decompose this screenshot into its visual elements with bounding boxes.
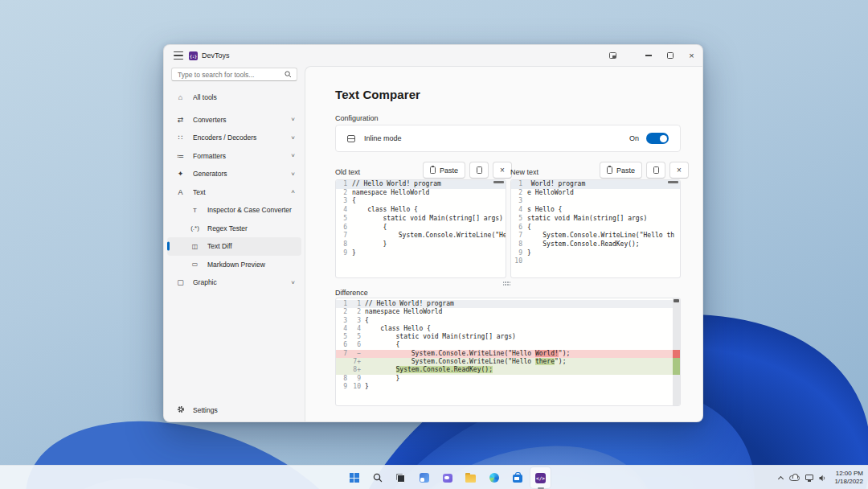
- taskbar-devtoys-icon[interactable]: </>: [530, 467, 551, 488]
- chevron-up-icon: ˄: [291, 188, 295, 195]
- editor-line: 7 System.Console.WriteLine("Hello th: [511, 232, 680, 240]
- onedrive-cloud-icon[interactable]: [789, 475, 800, 481]
- difference-viewer[interactable]: 11// Hello World! program22namespace Hel…: [335, 298, 681, 406]
- taskbar-explorer-icon[interactable]: [461, 467, 481, 488]
- system-tray: 12:00 PM 1/18/2022: [778, 466, 863, 489]
- taskbar-taskview-icon[interactable]: [391, 467, 411, 488]
- sidebar-item-encoders-decoders[interactable]: ∷Encoders / Decoders˅: [164, 129, 305, 147]
- ruler-addition-mark: [673, 358, 680, 375]
- minimize-button[interactable]: [637, 45, 659, 66]
- new-text-toolbar: Paste ×: [600, 162, 689, 179]
- taskbar-chat-icon[interactable]: [437, 467, 457, 488]
- sidebar-item-regex-tester[interactable]: (.*)Regex Tester: [164, 220, 305, 238]
- diff-row-same: 910}: [336, 383, 673, 391]
- line-text: static void Main(string[] args): [527, 215, 680, 224]
- line-number: 3: [336, 197, 352, 206]
- new-text-editor[interactable]: 1 World! program2e HelloWorld34s Hello {…: [510, 179, 681, 278]
- line-text: namespace HelloWorld: [352, 189, 506, 198]
- new-open-file-button[interactable]: [646, 162, 665, 179]
- tray-chevron-up-icon[interactable]: [778, 475, 784, 481]
- taskbar-widgets-icon[interactable]: [414, 467, 434, 488]
- devtoys-logo-icon: {:}: [189, 51, 198, 60]
- close-button[interactable]: ×: [681, 45, 702, 66]
- titlebar[interactable]: {:} DevToys ×: [164, 45, 702, 66]
- old-line-number: 4: [336, 325, 350, 333]
- new-paste-button[interactable]: Paste: [600, 162, 642, 179]
- gear-icon: [174, 405, 186, 415]
- converters-icon: ⇄: [174, 116, 186, 124]
- diff-row-same: 22namespace HelloWorld: [336, 308, 673, 316]
- line-number: 9: [511, 249, 527, 258]
- volume-icon[interactable]: [819, 475, 826, 482]
- line-text: System.Console.ReadKey();: [527, 240, 680, 249]
- chevron-down-icon: ˅: [291, 279, 295, 286]
- maximize-button[interactable]: [659, 45, 681, 66]
- window-controls: ×: [609, 45, 702, 66]
- taskbar-clock[interactable]: 12:00 PM 1/18/2022: [834, 470, 863, 486]
- overview-ruler[interactable]: [673, 298, 680, 405]
- sidebar-item-all-tools[interactable]: ⌂All tools: [164, 88, 305, 107]
- editor-line: 8 }: [336, 240, 506, 249]
- line-number: 5: [511, 215, 527, 224]
- main-content: Text Comparer Configuration Inline mode …: [305, 66, 702, 421]
- scrollbar-thumb[interactable]: [493, 181, 504, 183]
- scrollbar-thumb[interactable]: [674, 299, 679, 302]
- sidebar-item-generators[interactable]: ✦Generators˅: [164, 165, 305, 183]
- new-line-number: 4: [350, 325, 365, 333]
- sidebar-item-settings[interactable]: Settings: [164, 401, 305, 420]
- taskbar-edge-icon[interactable]: [484, 467, 504, 488]
- new-clear-button[interactable]: ×: [669, 162, 689, 179]
- sidebar-item-inspector-case-converter[interactable]: TInspector & Case Converter: [164, 201, 305, 220]
- network-icon[interactable]: [805, 475, 813, 480]
- diff-row-same: 33{: [336, 317, 673, 325]
- search-input[interactable]: [172, 71, 285, 79]
- sidebar-item-text[interactable]: AText˄: [164, 183, 305, 202]
- tool-search-box[interactable]: [171, 68, 297, 81]
- sidebar-item-formatters[interactable]: ≔Formatters˅: [164, 147, 305, 166]
- taskbar-search-icon[interactable]: [367, 467, 387, 488]
- old-open-file-button[interactable]: [469, 162, 489, 179]
- compact-overlay-icon[interactable]: [609, 52, 616, 59]
- diff-line-text: {: [365, 317, 673, 325]
- new-line-number: 3: [350, 317, 365, 325]
- line-number: 7: [511, 232, 527, 240]
- line-text: // Hello World! program: [352, 180, 506, 189]
- line-number: 4: [336, 206, 352, 215]
- old-paste-button[interactable]: Paste: [423, 162, 465, 179]
- sidebar-item-graphic[interactable]: ▢Graphic˅: [164, 273, 305, 292]
- sidebar-item-markdown-preview[interactable]: ▭Markdown Preview: [164, 256, 305, 274]
- line-text: System.Console.WriteLine("Hello World!")…: [352, 232, 506, 240]
- devtoys-glyph: </>: [535, 473, 546, 483]
- sidebar-item-text-diff[interactable]: ◫Text Diff: [167, 237, 301, 256]
- line-text: [527, 257, 680, 266]
- line-text: {: [352, 197, 506, 206]
- line-number: 3: [511, 197, 527, 206]
- new-line-number: 1: [350, 300, 365, 308]
- sidebar: ⌂All tools⇄Converters˅∷Encoders / Decode…: [164, 66, 305, 421]
- pane-splitter-handle[interactable]: [502, 281, 512, 286]
- diff-line-text: }: [365, 383, 673, 391]
- old-line-number: 9: [336, 383, 350, 391]
- regex-icon: (.*): [189, 224, 201, 232]
- search-icon: [285, 71, 292, 78]
- sidebar-item-label: All tools: [193, 93, 305, 101]
- clipboard-icon: [430, 166, 436, 174]
- start-glyph: [350, 473, 359, 483]
- chevron-down-icon: ˅: [291, 152, 295, 159]
- old-text-editor[interactable]: 1// Hello World! program2namespace Hello…: [335, 179, 506, 278]
- configuration-label: Configuration: [335, 114, 379, 122]
- sidebar-item-converters[interactable]: ⇄Converters˅: [164, 111, 305, 129]
- hamburger-menu-icon[interactable]: [174, 51, 183, 60]
- taskbar-start-icon[interactable]: [344, 467, 364, 488]
- line-number: 10: [511, 257, 527, 266]
- scrollbar-thumb[interactable]: [668, 181, 678, 183]
- taskbar-store-icon[interactable]: [507, 467, 527, 488]
- editor-line: 1// Hello World! program: [336, 180, 506, 189]
- old-clear-button[interactable]: ×: [493, 162, 512, 179]
- clipboard-icon: [607, 166, 612, 174]
- close-icon: ×: [500, 166, 505, 175]
- inline-mode-toggle[interactable]: [646, 133, 669, 144]
- new-text-label: New text: [510, 168, 538, 176]
- diff-line-text: namespace HelloWorld: [365, 308, 673, 316]
- file-icon: [477, 166, 482, 174]
